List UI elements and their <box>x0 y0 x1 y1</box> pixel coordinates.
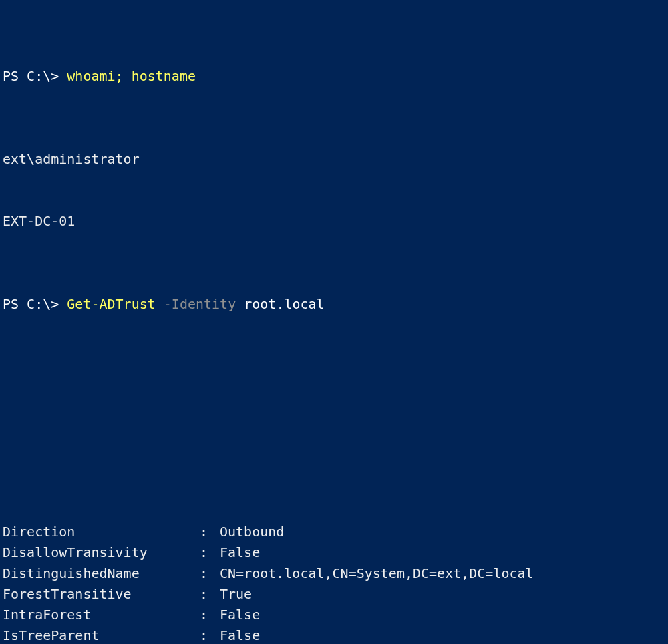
property-key: DisallowTransivity <box>3 542 200 563</box>
blank-line <box>3 377 665 397</box>
property-row: IntraForest: False <box>3 605 665 625</box>
property-value: Outbound <box>220 522 665 542</box>
param-identity: -Identity <box>156 296 236 312</box>
output-hostname: EXT-DC-01 <box>3 211 665 232</box>
prompt-1: PS C:\> <box>3 68 67 84</box>
property-row: IsTreeParent: False <box>3 625 665 644</box>
property-value: False <box>220 625 665 644</box>
cmdlet-get-adtrust: Get-ADTrust <box>67 296 155 312</box>
command-line-1: PS C:\> whoami; hostname <box>3 66 665 87</box>
property-separator: : <box>200 542 220 563</box>
command-1: whoami; hostname <box>67 68 196 84</box>
blank-line <box>3 439 665 460</box>
property-row: Direction: Outbound <box>3 522 665 542</box>
property-separator: : <box>200 584 220 605</box>
adtrust-output: Direction: OutboundDisallowTransivity: F… <box>3 522 665 644</box>
arg-root-local: root.local <box>236 296 324 312</box>
property-separator: : <box>200 625 220 644</box>
property-key: IntraForest <box>3 605 200 625</box>
output-whoami: ext\administrator <box>3 149 665 170</box>
prompt-2: PS C:\> <box>3 296 67 312</box>
powershell-terminal[interactable]: PS C:\> whoami; hostname ext\administrat… <box>0 0 668 644</box>
property-value: CN=root.local,CN=System,DC=ext,DC=local <box>220 563 665 584</box>
property-row: ForestTransitive: True <box>3 584 665 605</box>
property-key: DistinguishedName <box>3 563 200 584</box>
property-row: DisallowTransivity: False <box>3 542 665 563</box>
property-value: True <box>220 584 665 605</box>
property-key: ForestTransitive <box>3 584 200 605</box>
property-key: IsTreeParent <box>3 625 200 644</box>
property-separator: : <box>200 605 220 625</box>
property-value: False <box>220 605 665 625</box>
property-separator: : <box>200 522 220 542</box>
property-separator: : <box>200 563 220 584</box>
property-key: Direction <box>3 522 200 542</box>
property-value: False <box>220 542 665 563</box>
command-line-2: PS C:\> Get-ADTrust -Identity root.local <box>3 294 665 315</box>
property-row: DistinguishedName: CN=root.local,CN=Syst… <box>3 563 665 584</box>
